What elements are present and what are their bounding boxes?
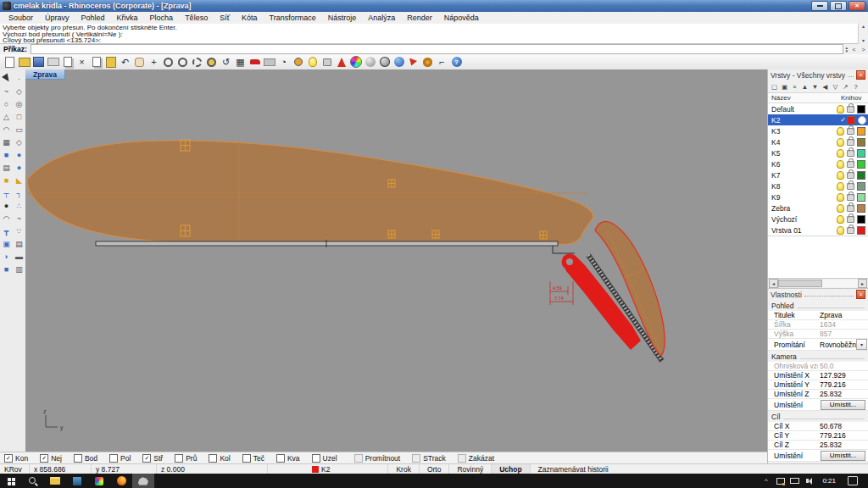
property-value[interactable]: 779.216 xyxy=(818,431,868,440)
layer-lock-icon[interactable] xyxy=(847,106,854,113)
select-pointer-icon[interactable] xyxy=(0,72,13,85)
layer-color-swatch[interactable] xyxy=(847,116,855,125)
point-icon[interactable]: · xyxy=(13,72,25,85)
action-center-icon[interactable] xyxy=(848,476,858,485)
layer-visibility-bulb-icon[interactable] xyxy=(837,149,844,158)
box-icon[interactable]: ■ xyxy=(0,148,13,161)
layer-lock-icon[interactable] xyxy=(847,227,854,234)
rendered-sphere-icon[interactable] xyxy=(392,55,406,69)
layer-lock-icon[interactable] xyxy=(847,194,854,201)
menu-item-7[interactable]: Kóta xyxy=(236,14,264,22)
layer-color-swatch[interactable] xyxy=(857,105,865,114)
command-input[interactable] xyxy=(31,44,844,54)
menu-item-1[interactable]: Úpravy xyxy=(39,14,75,22)
layer-visibility-bulb-icon[interactable] xyxy=(837,105,844,114)
layer-row-Vrstva 01[interactable]: Vrstva 01 xyxy=(768,225,868,236)
layer-color-swatch[interactable] xyxy=(857,149,865,158)
selection-filter-icon[interactable] xyxy=(406,55,420,69)
zoom-window-icon[interactable] xyxy=(190,55,204,69)
osnap-checkbox[interactable] xyxy=(109,454,118,463)
osnap-checkbox[interactable] xyxy=(242,454,251,463)
layer-row-K8[interactable]: K8 xyxy=(768,180,868,191)
group-icon[interactable]: ● xyxy=(0,199,13,212)
join-icon[interactable]: ┳ xyxy=(0,225,13,237)
extrude-icon[interactable]: ▤ xyxy=(0,161,13,174)
osnap-Zakázat[interactable]: Zakázat xyxy=(458,454,494,463)
layer-visibility-bulb-icon[interactable] xyxy=(837,182,844,191)
viewport-canvas[interactable]: 4.59 7.74 z y xyxy=(25,69,767,452)
circle-icon[interactable]: ○ xyxy=(0,97,13,110)
layer-row-Výchozí[interactable]: Výchozí xyxy=(768,214,868,225)
volume-icon[interactable] xyxy=(804,476,814,485)
lock-icon[interactable] xyxy=(320,55,334,69)
firefox-button[interactable] xyxy=(110,474,132,488)
platform-icon[interactable]: ▬ xyxy=(13,250,25,263)
cplane-icon[interactable] xyxy=(291,55,305,69)
property-value[interactable]: Rovnoběžný xyxy=(818,341,856,349)
layer-color-swatch[interactable] xyxy=(857,138,865,147)
layer-row-K3[interactable]: K3 xyxy=(768,125,868,136)
array-icon[interactable]: ■ xyxy=(0,263,13,275)
restore-button[interactable] xyxy=(830,1,847,11)
battery-icon[interactable] xyxy=(790,476,799,485)
property-button[interactable]: Umístit... xyxy=(821,400,865,410)
polygon-icon[interactable]: △ xyxy=(0,110,13,123)
osnap-Stř[interactable]: ✓Stř xyxy=(142,454,163,463)
pan-icon[interactable] xyxy=(132,55,147,69)
command-back-button[interactable]: < xyxy=(849,47,859,53)
move-down-icon[interactable]: ▼ xyxy=(810,81,820,92)
osnap-checkbox[interactable]: ✓ xyxy=(142,454,151,463)
osnap-checkbox[interactable] xyxy=(412,454,420,463)
osnap-checkbox[interactable] xyxy=(276,454,285,463)
open-file-icon[interactable] xyxy=(17,55,31,69)
osnap-checkbox[interactable] xyxy=(74,454,82,463)
spar-bar[interactable] xyxy=(96,241,558,246)
shade-view-icon[interactable] xyxy=(262,55,276,69)
print-icon[interactable] xyxy=(46,55,60,69)
curve-handles-icon[interactable]: ◇ xyxy=(13,85,25,97)
scrollbar-track[interactable] xyxy=(778,280,858,287)
layer-lock-icon[interactable] xyxy=(847,172,854,179)
blend-icon[interactable]: ~ xyxy=(13,212,25,225)
save-icon[interactable] xyxy=(31,55,46,69)
menu-item-9[interactable]: Nástroje xyxy=(322,14,363,22)
media-app-button[interactable] xyxy=(88,474,110,488)
move-up-icon[interactable]: ▲ xyxy=(800,81,810,92)
cut-icon[interactable]: × xyxy=(75,55,89,69)
layer-color-swatch[interactable] xyxy=(857,160,865,169)
command-forward-button[interactable]: > xyxy=(859,47,868,53)
layer-visibility-bulb-icon[interactable] xyxy=(837,215,844,224)
plane-icon[interactable]: ▭ xyxy=(13,123,25,136)
layers-horizontal-scrollbar[interactable]: ◂ ▸ xyxy=(768,279,868,289)
menu-item-11[interactable]: Render xyxy=(401,14,438,22)
tools-icon[interactable]: ↗ xyxy=(841,81,850,92)
layer-material-icon[interactable] xyxy=(858,116,866,125)
export-icon[interactable] xyxy=(60,55,75,69)
rhinoceros-button[interactable] xyxy=(132,474,154,488)
layer-color-swatch[interactable] xyxy=(857,226,865,235)
layer-visibility-bulb-icon[interactable] xyxy=(837,193,844,202)
hierarchy-icon[interactable]: ⌐ xyxy=(435,55,449,69)
explode-icon[interactable]: ◣ xyxy=(13,174,25,186)
half-sphere-icon[interactable]: ◗ xyxy=(0,250,13,263)
options-gears-icon[interactable] xyxy=(420,55,435,69)
layer-visibility-bulb-icon[interactable] xyxy=(837,204,844,213)
layer-color-swatch[interactable] xyxy=(857,215,865,224)
wireframe-sphere-icon[interactable] xyxy=(377,55,392,69)
paste-icon[interactable] xyxy=(103,55,118,69)
layer-lock-icon[interactable] xyxy=(847,139,854,146)
layer-row-K7[interactable]: K7 xyxy=(768,169,868,180)
osnap-Teč[interactable]: Teč xyxy=(242,454,264,463)
layer-lock-icon[interactable] xyxy=(847,161,854,168)
patch-icon[interactable]: ◇ xyxy=(13,136,25,148)
property-value[interactable]: 127.929 xyxy=(818,371,868,380)
hatch-icon[interactable]: ▥ xyxy=(13,263,25,275)
tray-expand-icon[interactable]: ^ xyxy=(761,476,771,485)
spinner-down-icon[interactable]: ▾ xyxy=(845,49,848,53)
property-value[interactable]: 25.832 xyxy=(818,390,868,398)
menu-item-0[interactable]: Soubor xyxy=(3,14,39,22)
new-file-icon[interactable] xyxy=(3,55,17,69)
layer-row-K4[interactable]: K4 xyxy=(768,136,868,147)
osnap-Promítnout[interactable]: Promítnout xyxy=(354,454,401,463)
menu-item-2[interactable]: Pohled xyxy=(75,14,111,22)
